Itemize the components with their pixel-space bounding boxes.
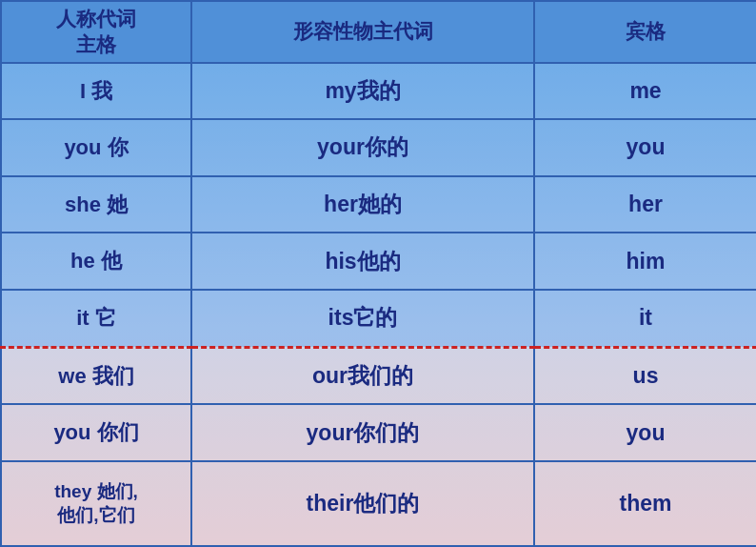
- cell-subject: you 你们: [1, 404, 191, 461]
- cell-subject: they 她们, 他们,它们: [1, 461, 191, 546]
- cell-possessive: her她的: [191, 176, 534, 233]
- cell-object: me: [534, 63, 756, 120]
- cell-subject: it 它: [1, 290, 191, 347]
- cell-object: us: [534, 347, 756, 404]
- cell-subject: he 他: [1, 233, 191, 290]
- cell-possessive: his他的: [191, 233, 534, 290]
- cell-possessive: your你们的: [191, 404, 534, 461]
- cell-possessive: my我的: [191, 63, 534, 120]
- cell-subject: I 我: [1, 63, 191, 120]
- cell-subject: you 你: [1, 119, 191, 176]
- cell-subject: she 她: [1, 176, 191, 233]
- header-subject: 人称代词 主格: [1, 1, 191, 63]
- cell-possessive: their他们的: [191, 461, 534, 546]
- cell-possessive: its它的: [191, 290, 534, 347]
- cell-possessive: our我们的: [191, 347, 534, 404]
- cell-object: him: [534, 233, 756, 290]
- cell-object: you: [534, 119, 756, 176]
- header-possessive: 形容性物主代词: [191, 1, 534, 63]
- cell-subject: we 我们: [1, 347, 191, 404]
- header-object: 宾格: [534, 1, 756, 63]
- cell-object: it: [534, 290, 756, 347]
- cell-possessive: your你的: [191, 119, 534, 176]
- cell-object: her: [534, 176, 756, 233]
- cell-object: you: [534, 404, 756, 461]
- cell-object: them: [534, 461, 756, 546]
